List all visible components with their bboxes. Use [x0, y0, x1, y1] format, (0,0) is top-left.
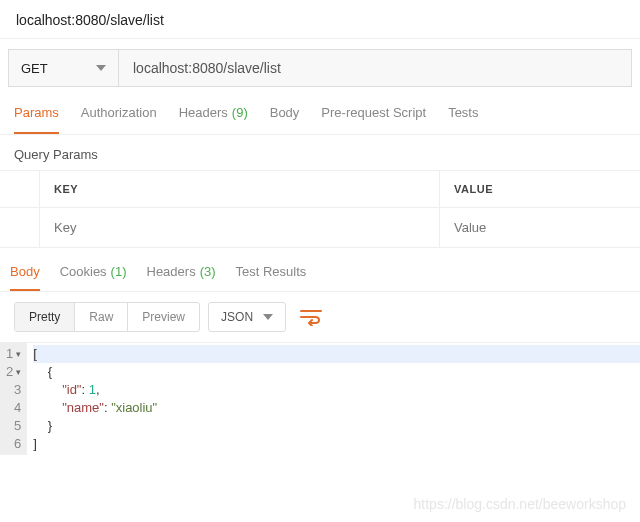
- view-pretty[interactable]: Pretty: [15, 303, 75, 331]
- tab-prerequest[interactable]: Pre-request Script: [321, 105, 426, 134]
- line-gutter: 1 ▾2 ▾3456: [0, 343, 27, 455]
- header-key: KEY: [40, 171, 440, 208]
- params-table: KEY VALUE: [0, 170, 640, 248]
- header-value: VALUE: [440, 171, 640, 208]
- param-key-input[interactable]: [54, 220, 425, 235]
- tab-body[interactable]: Body: [270, 105, 300, 134]
- tab-tests[interactable]: Tests: [448, 105, 478, 134]
- params-row: [0, 208, 640, 248]
- code-content[interactable]: [ { "id": 1, "name": "xiaoliu" }]: [27, 343, 640, 455]
- resp-tab-tests[interactable]: Test Results: [236, 264, 307, 291]
- tab-headers[interactable]: Headers(9): [179, 105, 248, 134]
- response-body: 1 ▾2 ▾3456 [ { "id": 1, "name": "xiaoliu…: [0, 342, 640, 455]
- params-header-row: KEY VALUE: [0, 171, 640, 208]
- chevron-down-icon: [96, 65, 106, 71]
- format-select[interactable]: JSON: [208, 302, 286, 332]
- wrap-lines-button[interactable]: [294, 304, 328, 330]
- param-value-input[interactable]: [454, 220, 626, 235]
- watermark: https://blog.csdn.net/beeworkshop: [414, 496, 626, 512]
- url-input[interactable]: [119, 50, 631, 86]
- resp-tab-body[interactable]: Body: [10, 264, 40, 291]
- method-value: GET: [21, 61, 48, 76]
- tab-params[interactable]: Params: [14, 105, 59, 134]
- query-params-title: Query Params: [0, 135, 640, 170]
- resp-tab-cookies[interactable]: Cookies(1): [60, 264, 127, 291]
- body-toolbar: Pretty Raw Preview JSON: [0, 292, 640, 342]
- view-preview[interactable]: Preview: [128, 303, 199, 331]
- resp-tab-headers[interactable]: Headers(3): [147, 264, 216, 291]
- request-tabs: Params Authorization Headers(9) Body Pre…: [0, 87, 640, 135]
- url-display: localhost:8080/slave/list: [0, 0, 640, 39]
- view-raw[interactable]: Raw: [75, 303, 128, 331]
- request-row: GET: [8, 49, 632, 87]
- response-tabs: Body Cookies(1) Headers(3) Test Results: [0, 248, 640, 292]
- wrap-icon: [300, 308, 322, 326]
- tab-authorization[interactable]: Authorization: [81, 105, 157, 134]
- chevron-down-icon: [263, 314, 273, 320]
- method-select[interactable]: GET: [9, 50, 119, 86]
- view-mode-segment: Pretty Raw Preview: [14, 302, 200, 332]
